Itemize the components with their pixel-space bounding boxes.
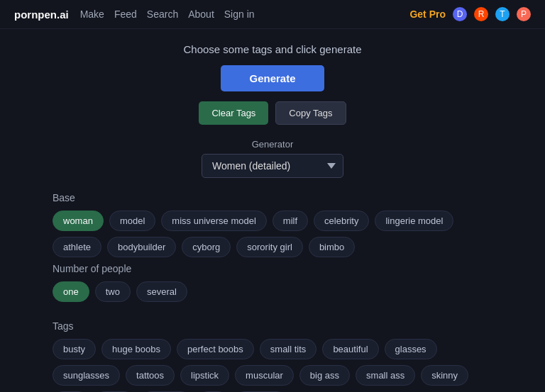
tag-athlete[interactable]: athlete <box>53 237 101 257</box>
base-tags-row: womanmodelmiss universe modelmilfcelebri… <box>53 211 492 257</box>
tags-section-label: Tags <box>53 320 492 332</box>
action-buttons: Clear Tags Copy Tags <box>199 101 346 125</box>
generate-button[interactable]: Generate <box>221 65 324 91</box>
instruction-text: Choose some tags and click generate <box>184 43 362 55</box>
tags-section: Tags bustyhuge boobsperfect boobssmall t… <box>53 320 492 392</box>
tag-lingerie-model[interactable]: lingerie model <box>375 211 453 231</box>
nav-about[interactable]: About <box>188 9 214 20</box>
number-tags-row: onetwoseveral <box>53 281 492 302</box>
tag-bodybuilder[interactable]: bodybuilder <box>107 237 176 257</box>
tag-model[interactable]: model <box>109 211 155 231</box>
tag-milf[interactable]: milf <box>272 211 308 231</box>
discord-icon[interactable]: D <box>453 7 467 21</box>
generator-select[interactable]: Women (detailed) Women (simple) Anime <box>202 154 343 178</box>
tags-row: bustyhuge boobsperfect boobssmall titsbe… <box>53 339 492 392</box>
header-left: pornpen.ai Make Feed Search About Sign i… <box>14 9 255 21</box>
patreon-icon[interactable]: P <box>517 7 531 21</box>
get-pro-link[interactable]: Get Pro <box>409 9 446 20</box>
header-right: Get Pro D R T P <box>409 7 531 21</box>
tag-several[interactable]: several <box>136 281 187 302</box>
tag-sorority-girl[interactable]: sorority girl <box>236 237 303 257</box>
number-section-label: Number of people <box>53 263 492 274</box>
tag-beautiful[interactable]: beautiful <box>322 339 378 359</box>
generator-wrap: Generator Women (detailed) Women (simple… <box>202 139 343 192</box>
tag-glasses[interactable]: glasses <box>385 339 437 359</box>
tag-two[interactable]: two <box>95 281 131 302</box>
tag-woman[interactable]: woman <box>53 211 104 231</box>
number-section: Number of people onetwoseveral <box>53 263 492 308</box>
twitter-icon[interactable]: T <box>495 7 510 21</box>
tag-small-ass[interactable]: small ass <box>356 365 415 386</box>
header: pornpen.ai Make Feed Search About Sign i… <box>0 0 545 29</box>
generator-label: Generator <box>202 139 343 150</box>
tag-muscular[interactable]: muscular <box>235 365 294 386</box>
nav-make[interactable]: Make <box>80 9 104 20</box>
copy-tags-button[interactable]: Copy Tags <box>275 101 346 125</box>
main-content: Choose some tags and click generate Gene… <box>0 29 545 392</box>
logo: pornpen.ai <box>14 9 69 21</box>
tag-one[interactable]: one <box>53 281 89 302</box>
nav: Make Feed Search About Sign in <box>80 9 255 20</box>
reddit-icon[interactable]: R <box>474 7 488 21</box>
generator-section: Generator Women (detailed) Women (simple… <box>202 139 343 178</box>
tag-skinny[interactable]: skinny <box>421 365 468 386</box>
base-section-label: Base <box>53 192 492 203</box>
nav-search[interactable]: Search <box>147 9 178 20</box>
nav-feed[interactable]: Feed <box>114 9 137 20</box>
tag-perfect-boobs[interactable]: perfect boobs <box>177 339 254 359</box>
tag-big-ass[interactable]: big ass <box>299 365 350 386</box>
tag-cyborg[interactable]: cyborg <box>182 237 231 257</box>
tag-tattoos[interactable]: tattoos <box>126 365 175 386</box>
tag-sunglasses[interactable]: sunglasses <box>53 365 120 386</box>
tag-miss-universe-model[interactable]: miss universe model <box>161 211 267 231</box>
clear-tags-button[interactable]: Clear Tags <box>199 101 268 125</box>
tag-lipstick[interactable]: lipstick <box>180 365 229 386</box>
base-section: Base womanmodelmiss universe modelmilfce… <box>53 192 492 263</box>
tag-small-tits[interactable]: small tits <box>260 339 317 359</box>
tag-bimbo[interactable]: bimbo <box>309 237 355 257</box>
tag-celebrity[interactable]: celebrity <box>314 211 369 231</box>
nav-signin[interactable]: Sign in <box>224 9 255 20</box>
tag-busty[interactable]: busty <box>53 339 96 359</box>
tag-huge-boobs[interactable]: huge boobs <box>101 339 171 359</box>
